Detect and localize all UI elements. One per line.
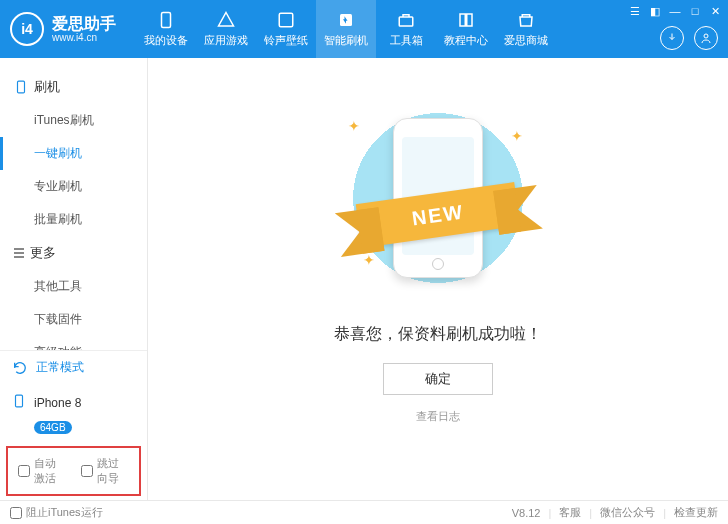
svg-rect-0 [162, 12, 171, 27]
sidebar-section-flash: 刷机 [0, 70, 147, 104]
nav-label: 爱思商城 [504, 33, 548, 48]
sidebar-item-batch-flash[interactable]: 批量刷机 [34, 203, 147, 236]
nav-label: 工具箱 [390, 33, 423, 48]
sidebar-item-advanced[interactable]: 高级功能 [34, 336, 147, 350]
sidebar: 刷机 iTunes刷机 一键刷机 专业刷机 批量刷机 更多 其他工具 下载固件 … [0, 58, 148, 500]
skin-icon[interactable]: ◧ [648, 4, 662, 18]
checkbox-row: 自动激活 跳过向导 [6, 446, 141, 496]
update-link[interactable]: 检查更新 [674, 505, 718, 520]
apps-icon [217, 11, 235, 29]
nav-toolbox[interactable]: 工具箱 [376, 0, 436, 58]
svg-rect-3 [399, 17, 413, 26]
ok-button[interactable]: 确定 [383, 363, 493, 395]
section-title: 刷机 [34, 78, 60, 96]
phone-icon [14, 80, 28, 94]
logo-badge: i4 [10, 12, 44, 46]
svg-point-4 [704, 34, 708, 38]
nav-label: 智能刷机 [324, 33, 368, 48]
nav-label: 教程中心 [444, 33, 488, 48]
logo-title: 爱思助手 [52, 16, 116, 32]
success-illustration: ✦ ✦ ✦ NEW [338, 98, 538, 298]
nav-ringtone[interactable]: 铃声壁纸 [256, 0, 316, 58]
user-button[interactable] [694, 26, 718, 50]
version-label: V8.12 [512, 507, 541, 519]
refresh-icon [12, 360, 28, 376]
settings-icon[interactable]: ☰ [628, 4, 642, 18]
book-icon [457, 11, 475, 29]
mode-label: 正常模式 [36, 359, 84, 376]
checkbox-label: 跳过向导 [97, 456, 130, 486]
nav-label: 铃声壁纸 [264, 33, 308, 48]
checkbox-skip-guide[interactable]: 跳过向导 [81, 456, 130, 486]
download-button[interactable] [660, 26, 684, 50]
top-nav: 我的设备 应用游戏 铃声壁纸 智能刷机 工具箱 教程中心 爱思商城 [136, 0, 556, 58]
maximize-icon[interactable]: □ [688, 4, 702, 18]
logo-subtitle: www.i4.cn [52, 32, 116, 43]
checkbox-label: 自动激活 [34, 456, 67, 486]
app-header: i4 爱思助手 www.i4.cn 我的设备 应用游戏 铃声壁纸 智能刷机 工具… [0, 0, 728, 58]
svg-rect-6 [16, 395, 23, 407]
sidebar-section-more: 更多 [0, 236, 147, 270]
sidebar-item-download-firmware[interactable]: 下载固件 [34, 303, 147, 336]
nav-flash[interactable]: 智能刷机 [316, 0, 376, 58]
main-panel: ✦ ✦ ✦ NEW 恭喜您，保资料刷机成功啦！ 确定 查看日志 [148, 58, 728, 500]
storage-badge: 64GB [34, 421, 72, 434]
nav-store[interactable]: 爱思商城 [496, 0, 556, 58]
device-row[interactable]: iPhone 8 64GB [0, 384, 147, 442]
sidebar-item-other-tools[interactable]: 其他工具 [34, 270, 147, 303]
nav-tutorial[interactable]: 教程中心 [436, 0, 496, 58]
wechat-link[interactable]: 微信公众号 [600, 505, 655, 520]
svg-rect-5 [18, 81, 25, 93]
checkbox-auto-activate[interactable]: 自动激活 [18, 456, 67, 486]
logo: i4 爱思助手 www.i4.cn [10, 12, 116, 46]
nav-label: 我的设备 [144, 33, 188, 48]
hamburger-icon [14, 248, 24, 258]
section-title: 更多 [30, 244, 56, 262]
phone-icon [12, 392, 26, 413]
flash-icon [337, 11, 355, 29]
support-link[interactable]: 客服 [559, 505, 581, 520]
close-icon[interactable]: ✕ [708, 4, 722, 18]
toolbox-icon [397, 11, 415, 29]
sidebar-item-itunes-flash[interactable]: iTunes刷机 [34, 104, 147, 137]
sidebar-item-oneclick-flash[interactable]: 一键刷机 [34, 137, 147, 170]
footer: 阻止iTunes运行 V8.12 | 客服 | 微信公众号 | 检查更新 [0, 500, 728, 524]
sidebar-item-pro-flash[interactable]: 专业刷机 [34, 170, 147, 203]
success-message: 恭喜您，保资料刷机成功啦！ [334, 324, 542, 345]
nav-label: 应用游戏 [204, 33, 248, 48]
checkbox-block-itunes[interactable]: 阻止iTunes运行 [10, 505, 103, 520]
minimize-icon[interactable]: — [668, 4, 682, 18]
phone-icon [157, 11, 175, 29]
mode-row[interactable]: 正常模式 [0, 351, 147, 384]
nav-apps[interactable]: 应用游戏 [196, 0, 256, 58]
header-right [660, 26, 718, 50]
nav-my-device[interactable]: 我的设备 [136, 0, 196, 58]
device-name: iPhone 8 [34, 396, 81, 410]
window-controls: ☰ ◧ — □ ✕ [628, 4, 722, 18]
image-icon [277, 11, 295, 29]
svg-rect-1 [279, 13, 293, 27]
store-icon [517, 11, 535, 29]
checkbox-label: 阻止iTunes运行 [26, 505, 103, 520]
view-log-link[interactable]: 查看日志 [416, 409, 460, 424]
